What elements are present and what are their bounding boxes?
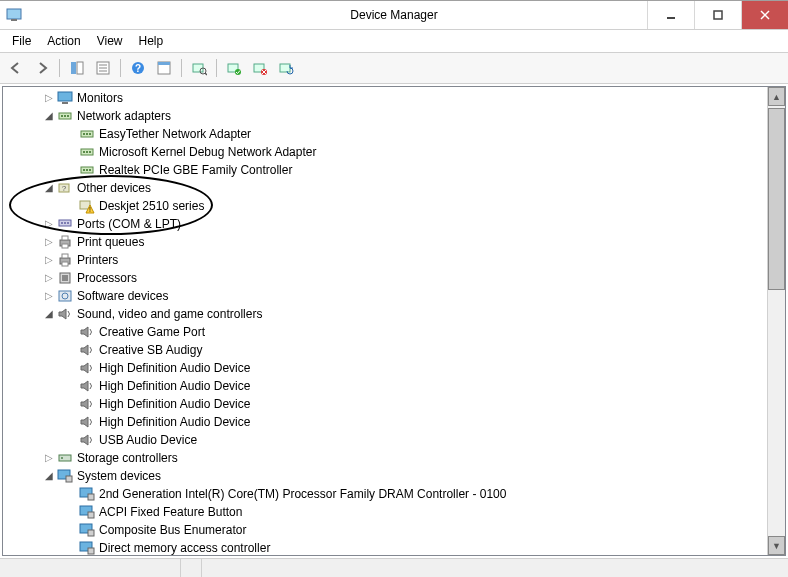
sound-icon: [79, 396, 95, 412]
svg-rect-30: [64, 115, 66, 117]
svg-rect-82: [88, 548, 94, 554]
tree-label: High Definition Audio Device: [99, 359, 250, 377]
svg-marker-66: [81, 363, 88, 373]
svg-point-72: [61, 457, 63, 459]
svg-marker-65: [81, 345, 88, 355]
net-icon: [79, 126, 95, 142]
net-icon: [57, 108, 73, 124]
tree-category[interactable]: Network adapters: [3, 107, 767, 125]
collapse-icon[interactable]: [43, 305, 55, 323]
collapse-icon[interactable]: [43, 179, 55, 197]
update-driver-button[interactable]: [274, 56, 298, 80]
tree-category[interactable]: Ports (COM & LPT): [3, 215, 767, 233]
svg-rect-29: [61, 115, 63, 117]
tree-category[interactable]: ?Other devices: [3, 179, 767, 197]
maximize-button[interactable]: [694, 1, 741, 29]
svg-marker-64: [81, 327, 88, 337]
vertical-scrollbar[interactable]: ▲ ▼: [767, 87, 785, 555]
svg-rect-7: [77, 62, 83, 74]
storage-icon: [57, 450, 73, 466]
tree-item[interactable]: Microsoft Kernel Debug Network Adapter: [3, 143, 767, 161]
tree-category[interactable]: Software devices: [3, 287, 767, 305]
menu-view[interactable]: View: [89, 32, 131, 50]
show-hide-tree-button[interactable]: [65, 56, 89, 80]
sound-icon: [79, 342, 95, 358]
expand-icon[interactable]: [43, 287, 55, 305]
svg-rect-39: [89, 151, 91, 153]
tree-item[interactable]: High Definition Audio Device: [3, 413, 767, 431]
expand-icon[interactable]: [43, 251, 55, 269]
collapse-icon[interactable]: [43, 107, 55, 125]
tree-label: Microsoft Kernel Debug Network Adapter: [99, 143, 316, 161]
scroll-thumb[interactable]: [768, 108, 785, 290]
back-button[interactable]: [4, 56, 28, 80]
tree-item[interactable]: Direct memory access controller: [3, 539, 767, 555]
tree-label: Composite Bus Enumerator: [99, 521, 246, 539]
tree-label: Ports (COM & LPT): [77, 215, 181, 233]
scroll-track[interactable]: [768, 290, 785, 536]
tree-item[interactable]: High Definition Audio Device: [3, 395, 767, 413]
svg-rect-76: [88, 494, 94, 500]
tree-category[interactable]: Storage controllers: [3, 449, 767, 467]
tree-label: USB Audio Device: [99, 431, 197, 449]
toolbar: ?: [0, 53, 788, 84]
tree-category[interactable]: Processors: [3, 269, 767, 287]
sound-icon: [79, 324, 95, 340]
tree-item[interactable]: High Definition Audio Device: [3, 359, 767, 377]
tree-item[interactable]: ACPI Fixed Feature Button: [3, 503, 767, 521]
sound-icon: [79, 432, 95, 448]
tree-label: Processors: [77, 269, 137, 287]
port-icon: [57, 216, 73, 232]
expand-icon[interactable]: [43, 215, 55, 233]
expand-icon[interactable]: [43, 89, 55, 107]
disable-button[interactable]: [248, 56, 272, 80]
tree-item[interactable]: 2nd Generation Intel(R) Core(TM) Process…: [3, 485, 767, 503]
tree-category[interactable]: System devices: [3, 467, 767, 485]
enable-button[interactable]: [222, 56, 246, 80]
menu-help[interactable]: Help: [131, 32, 172, 50]
scan-hardware-button[interactable]: [187, 56, 211, 80]
tree-item[interactable]: Creative Game Port: [3, 323, 767, 341]
tree-label: Software devices: [77, 287, 168, 305]
svg-marker-68: [81, 399, 88, 409]
expand-icon[interactable]: [43, 233, 55, 251]
properties-button[interactable]: [91, 56, 115, 80]
tree-category[interactable]: Print queues: [3, 233, 767, 251]
scroll-down-button[interactable]: ▼: [768, 536, 785, 555]
svg-point-20: [235, 69, 241, 75]
tree-item[interactable]: EasyTether Network Adapter: [3, 125, 767, 143]
expand-icon[interactable]: [43, 449, 55, 467]
monitor-icon: [57, 90, 73, 106]
tree-item[interactable]: Realtek PCIe GBE Family Controller: [3, 161, 767, 179]
tree-item[interactable]: !Deskjet 2510 series: [3, 197, 767, 215]
tree-item[interactable]: USB Audio Device: [3, 431, 767, 449]
app-icon: [6, 7, 22, 23]
scroll-up-button[interactable]: ▲: [768, 87, 785, 106]
svg-rect-25: [280, 64, 290, 72]
window-title: Device Manager: [350, 8, 437, 22]
svg-marker-69: [81, 417, 88, 427]
svg-rect-37: [83, 151, 85, 153]
tree-category[interactable]: Monitors: [3, 89, 767, 107]
tree-item[interactable]: Composite Bus Enumerator: [3, 521, 767, 539]
minimize-button[interactable]: [647, 1, 694, 29]
svg-rect-1: [11, 19, 17, 21]
close-button[interactable]: [741, 1, 788, 29]
menu-action[interactable]: Action: [39, 32, 88, 50]
tree-item[interactable]: High Definition Audio Device: [3, 377, 767, 395]
svg-marker-70: [81, 435, 88, 445]
tree-category[interactable]: Sound, video and game controllers: [3, 305, 767, 323]
menu-file[interactable]: File: [4, 32, 39, 50]
tree-item[interactable]: Creative SB Audigy: [3, 341, 767, 359]
help-button[interactable]: ?: [126, 56, 150, 80]
soft-icon: [57, 288, 73, 304]
svg-rect-26: [58, 92, 72, 101]
forward-button[interactable]: [30, 56, 54, 80]
svg-text:?: ?: [135, 63, 141, 74]
expand-icon[interactable]: [43, 269, 55, 287]
device-tree[interactable]: MonitorsNetwork adaptersEasyTether Netwo…: [3, 87, 767, 555]
tree-category[interactable]: Printers: [3, 251, 767, 269]
action-button[interactable]: [152, 56, 176, 80]
collapse-icon[interactable]: [43, 467, 55, 485]
svg-point-52: [67, 222, 69, 224]
